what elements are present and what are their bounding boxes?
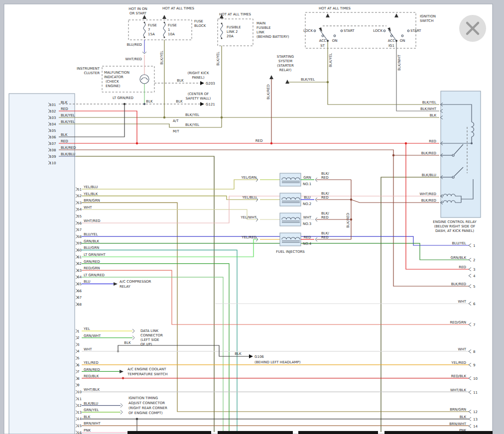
right-pin-number: 6 — [473, 302, 476, 306]
right-pin-wire-color: GRN/BLK — [451, 256, 467, 260]
ecm-pin-number: 63 — [77, 269, 82, 273]
wire-color-label: BLK/YEL — [216, 52, 220, 66]
feed-label: HOT AT ALL TIMES — [162, 6, 195, 10]
ecm-pin-number: 60 — [77, 248, 82, 252]
ecm-pin-number: 51 — [77, 188, 82, 192]
right-pin-wire-color: RED — [459, 265, 466, 269]
ecm-pin-wire-color: PNK — [84, 429, 91, 433]
component-note: LINK — [256, 30, 264, 34]
ecm-pin-number: 64 — [77, 275, 82, 279]
injector-box — [280, 233, 301, 246]
component-note: FUSIBLE — [256, 26, 271, 30]
wire-color-label: RED — [255, 139, 263, 143]
destination-label: OF ENGINE COMPT) — [128, 411, 163, 415]
wire-color-label: BLK/YEL — [185, 113, 199, 117]
transmission-label: M/T — [173, 129, 179, 133]
junction-dot — [405, 142, 407, 144]
ecm-pin-number: 16 — [77, 431, 82, 434]
transmission-label: A/T — [173, 119, 179, 123]
ground-location: (BEHIND LEFT HEADLAMP) — [254, 360, 301, 364]
ecm-pin-wire-color: RED — [61, 139, 68, 143]
component-label: STARTING — [277, 55, 294, 59]
destination-label: (RIGHT REAR CORNER — [128, 406, 167, 410]
ecm-pin-number: 4 — [77, 349, 80, 353]
ecm-connector-box — [9, 94, 75, 434]
right-pin-wire-color: WHT — [458, 347, 467, 351]
close-button[interactable] — [459, 15, 486, 42]
ecm-pin-number: 110 — [49, 161, 56, 165]
injector-feed-wire-color: RED — [321, 235, 329, 239]
fuse-label: 1 — [168, 28, 170, 32]
ecm-pin-number: 106 — [49, 135, 56, 139]
right-pin-wire-color: BLK — [460, 415, 467, 419]
component-label: CLUSTER — [84, 71, 100, 75]
right-pin-number: 12 — [473, 410, 478, 414]
right-pin-wire-color: BRN/GRN — [450, 408, 466, 412]
relay-pin-wire-color: BLK/BLU — [422, 173, 436, 177]
ground-location: PANEL) — [192, 76, 205, 80]
wire-color-label: BLK — [177, 79, 184, 83]
ecm-pin-wire-color: BLK — [84, 415, 91, 419]
feed-label: HOT IN ON — [128, 7, 147, 11]
ecm-pin-number: 9 — [77, 383, 79, 387]
destination-label: TEMPERATURE SWITCH — [127, 372, 168, 376]
ground-label: G106 — [254, 355, 264, 359]
relay-pin-wire-color: WHT/RED — [420, 192, 437, 196]
right-pin-wire-color: WHT — [458, 300, 467, 304]
right-pin-wire-color: RED/GRN — [450, 321, 466, 325]
right-pin-wire-color: RED/BLK — [451, 374, 467, 378]
right-pin-wire-color: YEL/RED — [451, 361, 466, 365]
right-pin-number: 10 — [473, 377, 478, 381]
ecm-pin-wire-color: GRN/YEL — [84, 408, 99, 412]
component-label: (STARTER — [277, 64, 294, 68]
right-pin-number: 11 — [473, 391, 478, 395]
ecm-pin-number: 109 — [49, 155, 56, 159]
injector-feed-wire-color: RED — [321, 176, 329, 180]
bottom-cutoff-bar — [218, 431, 293, 434]
injector-out-wire-color: RED — [304, 235, 311, 239]
destination-label: A/C ENGINE COOLANT — [127, 367, 166, 371]
right-pin-number: 8 — [473, 350, 475, 354]
wire-color-label: BLK — [124, 341, 131, 345]
switch-position-label: LOCK — [373, 29, 382, 33]
ground-label: G203 — [206, 82, 215, 86]
injector-ecu-wire-color: YEL/WHT — [241, 216, 257, 219]
fuse-terminal — [144, 22, 145, 23]
junction-dot — [136, 418, 138, 420]
switch-output-label: IG1 — [388, 44, 394, 48]
component-label: FUEL INJECTORS — [276, 250, 305, 254]
mil-label: INDICATOR — [104, 75, 124, 79]
right-pin-wire-color: WHT/BLK — [450, 388, 467, 392]
right-pin-wire-color: BLU/YEL — [452, 241, 467, 245]
ecm-pin-wire-color: BLK/RED — [61, 146, 76, 150]
ecm-pin-number: 103 — [49, 116, 56, 120]
ecm-pin-wire-color: BLU/YEL — [84, 232, 98, 236]
ecm-pin-wire-color: RED/GRN — [84, 266, 100, 270]
ecm-pin-number: 59 — [77, 241, 82, 245]
junction-dot — [327, 81, 329, 83]
ecm-pin-wire-color: YEL/BLK — [83, 192, 98, 196]
ecm-pin-wire-color: BLK/BLU — [61, 152, 75, 156]
ecm-pin-number: 101 — [49, 103, 56, 107]
injector-number: NO.3 — [303, 222, 311, 226]
ecm-pin-wire-color: YEL/BLU — [83, 185, 98, 189]
ecm-pin-wire-color: YEL — [83, 327, 90, 331]
ecm-pin-number: 8 — [77, 377, 79, 381]
ecm-pin-wire-color: LT GRN/WHT — [84, 253, 106, 257]
ecm-pin-wire-color: GRN/RED — [84, 368, 100, 372]
junction-dot — [122, 377, 124, 379]
switch-position-label: ON — [400, 39, 405, 43]
ecm-pin-number: 7 — [77, 370, 79, 374]
right-pin-wire-color: BRN/WHT — [449, 422, 466, 426]
ecm-pin-number: 65 — [77, 282, 82, 286]
wire-color-label: BLK/YEL — [160, 51, 164, 65]
ecm-pin-wire-color: GRN/WHT — [84, 334, 101, 338]
right-pin-wire-color: BLK/RED — [451, 282, 466, 286]
fuse-label: 10A — [168, 32, 175, 36]
engine-control-relay-box — [441, 91, 481, 217]
ecm-pin-wire-color: BLU/GRN — [84, 246, 99, 250]
junction-dot — [163, 116, 165, 118]
destination-label: CONNECTOR — [140, 333, 163, 337]
wire-color-label: BLK — [146, 100, 153, 104]
mil-label: MALFUNCTION — [104, 71, 129, 75]
